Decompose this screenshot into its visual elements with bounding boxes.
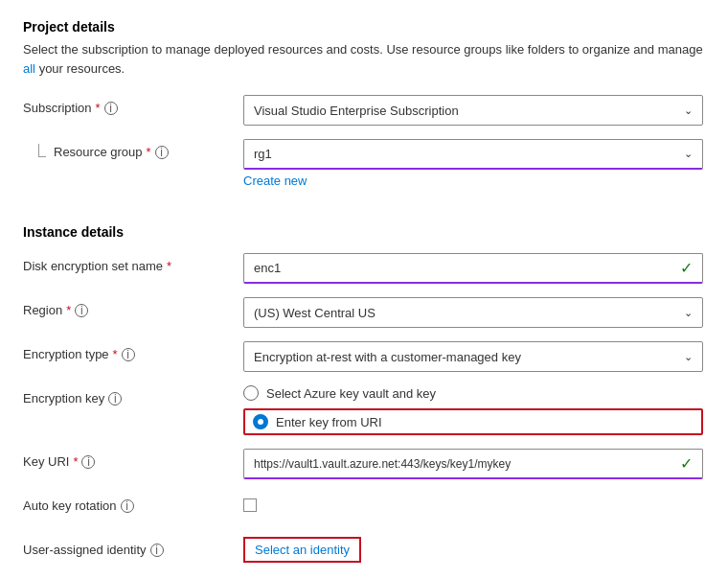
resource-group-info-icon[interactable]: i [155, 146, 169, 159]
auto-key-rotation-label-group: Auto key rotation i [23, 493, 243, 513]
subscription-required: * [96, 101, 101, 115]
resource-group-dropdown[interactable]: rg1 ⌄ [243, 139, 703, 170]
radio-vault-circle [243, 385, 259, 401]
instance-details-section: Instance details Disk encryption set nam… [23, 224, 705, 579]
key-uri-info-icon[interactable]: i [81, 455, 95, 469]
region-dropdown[interactable]: (US) West Central US ⌄ [243, 297, 703, 328]
desc-text-2: your resources. [39, 61, 125, 76]
encryption-type-label-group: Encryption type * i [23, 341, 243, 361]
encryption-type-value: Encryption at-rest with a customer-manag… [254, 350, 521, 364]
radio-vault-label: Select Azure key vault and key [266, 386, 436, 401]
disk-encryption-control: enc1 ✓ [243, 253, 703, 284]
disk-encryption-value: enc1 [254, 261, 281, 275]
disk-encryption-required: * [167, 259, 171, 273]
instance-details-title: Instance details [23, 224, 705, 240]
user-identity-label: User-assigned identity [23, 543, 147, 557]
desc-text-1: Select the subscription to manage deploy… [23, 42, 703, 57]
resource-group-row: Resource group * i rg1 ⌄ Create new [23, 139, 705, 188]
encryption-key-info-icon[interactable]: i [108, 392, 122, 405]
radio-uri-circle [253, 414, 268, 429]
key-uri-label-group: Key URI * i [23, 449, 243, 469]
resource-group-value: rg1 [254, 147, 272, 161]
subscription-chevron-icon: ⌄ [684, 104, 693, 117]
key-uri-required: * [73, 454, 78, 469]
radio-uri-label: Enter key from URI [276, 415, 382, 429]
section-divider [23, 201, 705, 209]
region-chevron-icon: ⌄ [684, 307, 693, 319]
auto-key-rotation-control [243, 493, 703, 515]
key-uri-input[interactable]: https://vault1.vault.azure.net:443/keys/… [243, 449, 703, 479]
disk-encryption-row: Disk encryption set name * enc1 ✓ [23, 253, 705, 284]
encryption-key-label-group: Encryption key i [23, 385, 243, 405]
region-value: (US) West Central US [254, 306, 375, 320]
user-identity-label-group: User-assigned identity i [23, 537, 243, 557]
encryption-type-control: Encryption at-rest with a customer-manag… [243, 341, 703, 372]
disk-encryption-input[interactable]: enc1 ✓ [243, 253, 703, 284]
select-identity-button[interactable]: Select an identity [243, 537, 361, 563]
subscription-label: Subscription [23, 101, 92, 115]
resource-group-label-group: Resource group * i [23, 139, 243, 159]
encryption-type-dropdown[interactable]: Encryption at-rest with a customer-manag… [243, 341, 703, 372]
encryption-type-row: Encryption type * i Encryption at-rest w… [23, 341, 705, 372]
key-uri-check-icon: ✓ [680, 454, 693, 473]
auto-key-rotation-info-icon[interactable]: i [121, 499, 134, 513]
project-details-title: Project details [23, 19, 705, 35]
desc-link[interactable]: all [23, 61, 35, 76]
key-uri-value: https://vault1.vault.azure.net:443/keys/… [254, 457, 511, 471]
encryption-type-info-icon[interactable]: i [122, 348, 135, 361]
subscription-info-icon[interactable]: i [104, 102, 118, 115]
key-uri-control: https://vault1.vault.azure.net:443/keys/… [243, 449, 703, 479]
resource-group-chevron-icon: ⌄ [684, 148, 693, 160]
subscription-label-group: Subscription * i [23, 95, 243, 115]
create-new-link[interactable]: Create new [243, 174, 307, 188]
disk-encryption-check-icon: ✓ [680, 259, 693, 277]
subscription-control: Visual Studio Enterprise Subscription ⌄ [243, 95, 703, 126]
auto-key-rotation-row: Auto key rotation i [23, 493, 705, 523]
region-required: * [66, 303, 71, 317]
encryption-key-control: Select Azure key vault and key Enter key… [243, 385, 703, 435]
encryption-type-chevron-icon: ⌄ [684, 351, 693, 363]
encryption-key-label: Encryption key [23, 391, 104, 405]
radio-option-vault[interactable]: Select Azure key vault and key [243, 385, 703, 401]
region-control: (US) West Central US ⌄ [243, 297, 703, 328]
disk-encryption-label: Disk encryption set name [23, 259, 163, 273]
subscription-dropdown[interactable]: Visual Studio Enterprise Subscription ⌄ [243, 95, 703, 126]
encryption-key-radio-group: Select Azure key vault and key Enter key… [243, 385, 703, 435]
disk-encryption-label-group: Disk encryption set name * [23, 253, 243, 273]
region-label-group: Region * i [23, 297, 243, 317]
resource-group-control: rg1 ⌄ Create new [243, 139, 703, 188]
encryption-type-label: Encryption type [23, 347, 109, 361]
subscription-row: Subscription * i Visual Studio Enterpris… [23, 95, 705, 126]
user-identity-info-icon[interactable]: i [150, 544, 164, 557]
region-row: Region * i (US) West Central US ⌄ [23, 297, 705, 328]
region-info-icon[interactable]: i [75, 304, 88, 317]
subscription-value: Visual Studio Enterprise Subscription [254, 104, 459, 118]
resource-group-label: Resource group [54, 145, 143, 159]
project-details-desc: Select the subscription to manage deploy… [23, 40, 705, 78]
encryption-key-row: Encryption key i Select Azure key vault … [23, 385, 705, 435]
user-identity-row: User-assigned identity i Select an ident… [23, 537, 705, 567]
user-identity-control: Select an identity [243, 537, 703, 563]
key-uri-label: Key URI [23, 454, 69, 469]
region-label: Region [23, 303, 62, 317]
auto-key-rotation-label: Auto key rotation [23, 498, 117, 513]
resource-group-required: * [147, 145, 151, 159]
key-uri-row: Key URI * i https://vault1.vault.azure.n… [23, 449, 705, 479]
encryption-type-required: * [113, 347, 118, 361]
project-details-section: Project details Select the subscription … [23, 19, 705, 188]
radio-option-uri[interactable]: Enter key from URI [243, 408, 703, 435]
auto-key-rotation-checkbox[interactable] [243, 498, 257, 512]
